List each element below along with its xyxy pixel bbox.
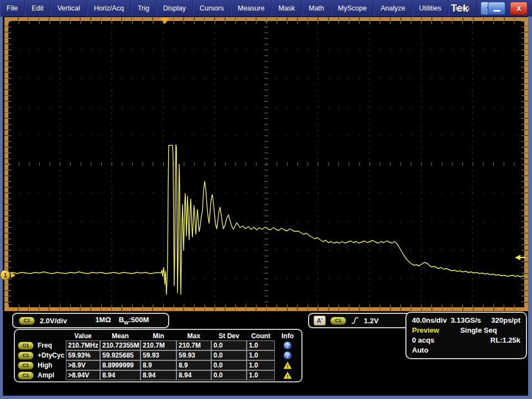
close-icon: X [517,4,521,13]
menu-bar: File Edit Vertical Horiz/Acq Trig Displa… [0,0,532,17]
menu-analyze[interactable]: Analyze [374,0,412,17]
warning-icon: ! [284,372,292,379]
meas-cell: 8.8999999 [100,360,140,370]
meas-cell: 0.0 [211,340,247,350]
timebase-row: 40.0ns/div 3.13GS/s 320ps/pt [412,316,520,326]
meas-cell: 0.0 [211,350,247,360]
meas-row-label: C1 High [15,360,66,370]
menu-file[interactable]: File [0,0,25,17]
meas-cell: 59.93% [66,350,100,360]
left-arrow-icon [515,255,520,260]
waveform-display[interactable] [4,17,528,311]
coupling-group: 1MΩ BW:500M [95,316,149,326]
col-header-count: Count [247,330,275,342]
rising-edge-icon [351,316,359,325]
meas-cell: 1.0 [247,340,275,350]
trigger-source-badge: C1 [330,317,346,325]
meas-info-cell: ? [275,340,300,350]
channel1-reference-marker[interactable]: 1 [0,270,15,280]
trigger-mode-row: Auto [412,345,520,355]
menu-horiz-acq[interactable]: Horiz/Acq [87,0,131,17]
info-icon: ? [284,351,291,359]
measurement-table: Value Mean Min Max St Dev Count Info C1 … [15,330,301,380]
titlebar-right: Tek X [451,0,532,17]
bandwidth-limit: BW:500M [119,316,149,326]
tek-logo: Tek [451,3,469,14]
graticule-ticks-right [524,21,528,307]
oscilloscope-screen: File Edit Vertical Horiz/Acq Trig Displa… [0,0,532,399]
channel1-readout[interactable]: C1 2.0V/div 1MΩ BW:500M [12,313,169,328]
col-header-max: Max [176,330,211,342]
menu-measure[interactable]: Measure [231,0,272,17]
trigger-readout[interactable]: A' C1 1.2V [308,313,413,328]
trigger-level-value: 1.2V [364,317,379,325]
meas-cell: >8.9V [66,360,100,370]
timebase-value: 40.0ns/div [412,316,447,324]
meas-cell: 0.0 [211,360,247,370]
channel1-label-badge: C1 [18,361,34,370]
meas-info-cell: ? [275,350,300,360]
meas-info-cell: ! [275,370,300,380]
waveform-plot [8,21,524,307]
warning-icon: ! [284,362,292,369]
trigger-a-badge: A' [314,316,326,326]
graticule-ticks-left [4,21,8,307]
meas-cell: >8.94V [66,370,100,380]
minimize-icon [493,10,500,12]
menu-vertical[interactable]: Vertical [51,0,87,17]
minimize-button[interactable] [488,2,505,15]
channel1-label-badge: C1 [18,351,34,360]
col-header-value: Value [66,330,100,342]
preview-row: Preview Single Seq [412,326,520,335]
meas-row-label: C1 Ampl [15,370,66,380]
menu-utilities[interactable]: Utilities [413,0,448,17]
meas-cell: 1.0 [247,350,275,360]
menu-myscope[interactable]: MyScope [331,0,374,17]
preview-status: Preview [412,326,439,334]
graticule-ticks-bottom [8,307,524,311]
resolution: 320ps/pt [491,316,520,324]
close-button[interactable]: X [510,2,528,15]
col-header-min: Min [140,330,176,342]
menu-edit[interactable]: Edit [25,0,51,17]
trigger-position-marker[interactable] [160,18,169,24]
meas-row-label: C1 +DtyCyc [15,350,66,360]
meas-cell: 8.9 [176,360,211,370]
arrow-tail [520,257,525,258]
acquisition-readout[interactable]: 40.0ns/div 3.13GS/s 320ps/pt Preview Sin… [405,312,527,359]
meas-row-label: C1 Freq [15,340,66,350]
channel1-label-badge: C1 [18,371,34,380]
meas-cell: 210.7M [176,340,211,350]
input-impedance: 1MΩ [95,316,111,324]
acquisition-mode: Single Seq [460,326,497,334]
menu-math[interactable]: Math [302,0,331,17]
meas-cell: 210.7MHz [66,340,100,350]
graticule-ticks-top [8,17,524,21]
window-frame-bottom [0,396,532,399]
menu-mask[interactable]: Mask [272,0,302,17]
menu-cursors[interactable]: Cursors [193,0,231,17]
trigger-mode: Auto [412,346,429,354]
window-frame-left [0,17,3,399]
meas-cell: 59.93 [140,350,176,360]
meas-cell: 0.0 [211,370,247,380]
menu-display[interactable]: Display [157,0,193,17]
meas-cell: 59.93 [176,350,211,360]
trigger-level-arrow[interactable] [515,255,525,260]
corner-cell [15,330,66,342]
meas-cell: 8.94 [100,370,140,380]
menu-trig[interactable]: Trig [131,0,157,17]
window-frame-right [528,17,532,399]
meas-cell: 1.0 [247,360,275,370]
measurement-panel[interactable]: Value Mean Min Max St Dev Count Info C1 … [14,329,302,382]
meas-cell: 210.7M [140,340,176,350]
channel1-label-badge: C1 [19,317,35,325]
acquisition-count: 0 acqs [412,336,434,344]
channel1-label-badge: C1 [18,342,34,350]
channel1-arrow-icon [11,272,15,278]
acqs-row: 0 acqs RL:1.25k [412,335,520,345]
vertical-scale: 2.0V/div [40,317,67,325]
meas-info-cell: ! [275,360,300,370]
meas-cell: 8.9 [140,360,176,370]
col-header-info: Info [275,330,300,342]
